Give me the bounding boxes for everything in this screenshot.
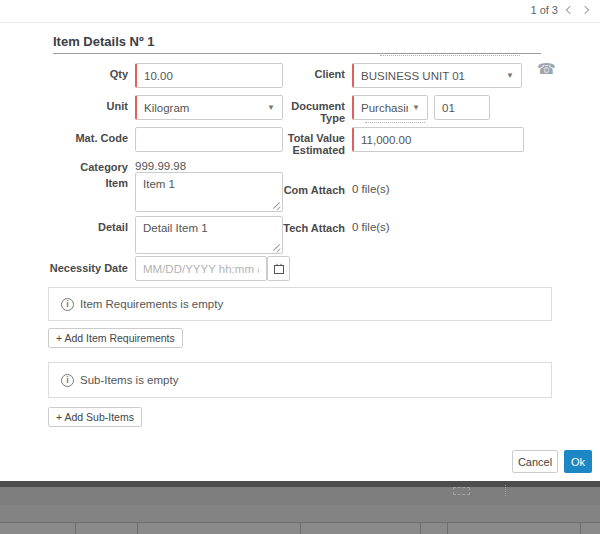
pager-label: 1 of 3 (530, 4, 558, 16)
chevron-down-icon: ▼ (506, 71, 514, 80)
calendar-icon (273, 263, 285, 275)
item-details-dialog: 1 of 3 Item Details Nº 1 Qty Unit Kilogr… (0, 0, 600, 534)
item-requirements-empty-text: Item Requirements is empty (80, 298, 223, 310)
background-widget (453, 487, 470, 495)
truncation-hint (365, 122, 425, 123)
background-table-header (0, 522, 600, 534)
tech-attach-label: Tech Attach (283, 222, 345, 234)
total-value-label: Total Value Estimated (283, 132, 345, 156)
mat-code-input[interactable] (135, 127, 283, 152)
record-pager: 1 of 3 (530, 4, 588, 16)
pager-prev-icon[interactable] (566, 6, 574, 14)
detail-textarea[interactable]: Detail Item 1 (135, 216, 283, 254)
sub-items-empty-text: Sub-Items is empty (80, 374, 178, 386)
unit-label: Unit (30, 100, 128, 112)
category-value: 999.99.98 (135, 160, 186, 172)
phone-icon[interactable]: ☎ (537, 60, 556, 78)
tech-attach-value: 0 file(s) (352, 221, 390, 233)
background-column-divider (580, 523, 581, 534)
background-band (0, 505, 600, 522)
info-icon: i (61, 374, 74, 387)
ok-button[interactable]: Ok (564, 450, 592, 473)
truncation-hint (380, 55, 520, 56)
detail-label: Detail (30, 221, 128, 233)
background-toolbar (0, 481, 600, 487)
header-divider (0, 22, 600, 23)
item-label: Item (30, 177, 128, 189)
background-column-divider (75, 523, 76, 534)
pager-next-icon[interactable] (581, 6, 589, 14)
client-select-value: BUSINESS UNIT 01 (361, 70, 465, 82)
qty-input[interactable] (135, 63, 283, 88)
calendar-button[interactable] (267, 256, 290, 281)
cancel-button[interactable]: Cancel (512, 450, 558, 473)
unit-select-value: Kilogram (144, 102, 189, 114)
add-sub-items-button[interactable]: + Add Sub-Items (48, 407, 142, 427)
document-type-select-value: Purchasing Initia... (361, 102, 408, 114)
item-textarea[interactable]: Item 1 (135, 172, 283, 212)
client-select[interactable]: BUSINESS UNIT 01 ▼ (352, 63, 522, 88)
sub-items-panel: i Sub-Items is empty (48, 362, 552, 398)
category-label: Category (30, 161, 128, 173)
necessity-date-input[interactable] (135, 256, 267, 281)
document-type-select[interactable]: Purchasing Initia... ▼ (352, 95, 428, 120)
mat-code-label: Mat. Code (30, 132, 128, 144)
background-divider (505, 485, 506, 496)
com-attach-value: 0 file(s) (352, 183, 390, 195)
qty-label: Qty (30, 68, 128, 80)
necessity-date-label: Necessity Date (30, 262, 128, 274)
background-column-divider (420, 523, 421, 534)
page-title: Item Details Nº 1 (53, 34, 155, 49)
total-value-input[interactable] (352, 127, 524, 152)
unit-select[interactable]: Kilogram ▼ (135, 95, 283, 120)
com-attach-label: Com Attach (283, 184, 345, 196)
dimmed-background-page (0, 481, 600, 534)
chevron-down-icon: ▼ (267, 103, 275, 112)
background-column-divider (447, 523, 448, 534)
title-underline (53, 53, 541, 54)
document-type-label: Document Type (283, 100, 345, 124)
background-column-divider (300, 523, 301, 534)
item-requirements-panel: i Item Requirements is empty (48, 287, 552, 321)
chevron-down-icon: ▼ (412, 103, 420, 112)
client-label: Client (283, 68, 345, 80)
info-icon: i (61, 298, 74, 311)
add-item-requirements-button[interactable]: + Add Item Requirements (48, 328, 183, 348)
background-column-divider (137, 523, 138, 534)
document-type-code-input[interactable] (434, 95, 490, 120)
